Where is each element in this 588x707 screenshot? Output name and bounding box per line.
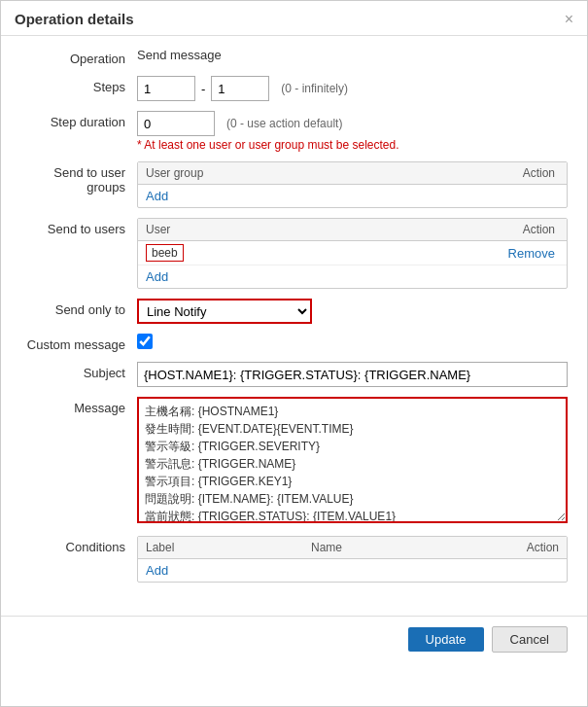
users-table: User Action beeb Remove Add bbox=[137, 218, 568, 289]
conditions-label: Conditions bbox=[20, 536, 137, 554]
send-to-groups-row: Send to user groups User group Action Ad… bbox=[20, 161, 568, 208]
operation-row: Operation Send message bbox=[20, 48, 568, 66]
send-only-to-row: Send only to Line Notify Email SMS bbox=[20, 299, 568, 324]
user-remove-link[interactable]: Remove bbox=[508, 246, 555, 261]
conditions-col-label: Label bbox=[146, 541, 311, 554]
groups-table-header: User group Action bbox=[138, 162, 567, 185]
send-to-groups-label: Send to user groups bbox=[20, 161, 137, 194]
send-to-users-label: Send to users bbox=[20, 218, 137, 236]
custom-message-label: Custom message bbox=[20, 334, 137, 352]
send-only-to-content: Line Notify Email SMS bbox=[137, 299, 568, 324]
message-textarea[interactable]: 主機名稱: {HOSTNAME1} 發生時間: {EVENT.DATE}{EVE… bbox=[137, 397, 568, 523]
custom-message-row: Custom message bbox=[20, 334, 568, 352]
send-to-users-content: User Action beeb Remove Add bbox=[137, 218, 568, 289]
user-row-beeb: beeb Remove bbox=[138, 241, 567, 265]
dialog-title: Operation details bbox=[15, 11, 134, 27]
subject-input[interactable] bbox=[137, 362, 568, 387]
users-col-user: User bbox=[146, 223, 419, 236]
user-name-badge: beeb bbox=[146, 244, 184, 262]
conditions-col-action: Action bbox=[476, 541, 559, 554]
step-duration-label: Step duration bbox=[20, 111, 137, 129]
conditions-row: Conditions Label Name Action Add bbox=[20, 536, 568, 583]
step-duration-content: (0 - use action default) * At least one … bbox=[137, 111, 568, 152]
send-only-to-label: Send only to bbox=[20, 299, 137, 317]
users-add-button[interactable]: Add bbox=[146, 269, 168, 284]
cancel-button[interactable]: Cancel bbox=[492, 626, 568, 653]
groups-table: User group Action Add bbox=[137, 161, 568, 208]
users-add-row: Add bbox=[138, 265, 567, 288]
steps-content: - (0 - infinitely) bbox=[137, 76, 568, 101]
subject-label: Subject bbox=[20, 362, 137, 380]
message-row: Message 主機名稱: {HOSTNAME1} 發生時間: {EVENT.D… bbox=[20, 397, 568, 526]
update-button[interactable]: Update bbox=[408, 627, 484, 652]
send-only-to-select[interactable]: Line Notify Email SMS bbox=[137, 299, 312, 324]
user-action-cell: Remove bbox=[419, 246, 559, 261]
conditions-col-name: Name bbox=[311, 541, 476, 554]
step-duration-input[interactable] bbox=[137, 111, 215, 136]
conditions-content: Label Name Action Add bbox=[137, 536, 568, 583]
operation-label: Operation bbox=[20, 48, 137, 66]
message-label: Message bbox=[20, 397, 137, 415]
dialog-footer: Update Cancel bbox=[1, 616, 587, 662]
steps-to-input[interactable] bbox=[211, 76, 269, 101]
conditions-add-row: Add bbox=[138, 559, 567, 582]
operation-value: Send message bbox=[137, 48, 568, 62]
operation-value-text: Send message bbox=[137, 44, 222, 62]
groups-add-row: Add bbox=[138, 185, 567, 207]
steps-from-input[interactable] bbox=[137, 76, 195, 101]
steps-label: Steps bbox=[20, 76, 137, 94]
steps-hint: (0 - infinitely) bbox=[281, 82, 348, 95]
conditions-header: Label Name Action bbox=[138, 537, 567, 559]
subject-content bbox=[137, 362, 568, 387]
step-duration-row: Step duration (0 - use action default) *… bbox=[20, 111, 568, 152]
users-col-action: Action bbox=[419, 223, 559, 236]
close-button[interactable]: × bbox=[565, 12, 573, 27]
user-name-cell: beeb bbox=[146, 244, 419, 262]
users-table-header: User Action bbox=[138, 219, 567, 241]
groups-col-user: User group bbox=[146, 166, 419, 180]
custom-message-content bbox=[137, 334, 568, 352]
send-to-groups-content: User group Action Add bbox=[137, 161, 568, 208]
custom-message-checkbox[interactable] bbox=[137, 334, 153, 349]
conditions-add-button[interactable]: Add bbox=[146, 563, 168, 578]
dialog-body: Operation Send message Steps - (0 - infi… bbox=[1, 36, 587, 608]
steps-separator: - bbox=[201, 82, 205, 96]
send-to-users-row: Send to users User Action beeb Remove bbox=[20, 218, 568, 289]
subject-row: Subject bbox=[20, 362, 568, 387]
groups-add-button[interactable]: Add bbox=[146, 189, 168, 203]
required-hint: * At least one user or user group must b… bbox=[137, 138, 568, 152]
conditions-table: Label Name Action Add bbox=[137, 536, 568, 583]
operation-details-dialog: Operation details × Operation Send messa… bbox=[0, 0, 588, 707]
step-duration-hint: (0 - use action default) bbox=[226, 117, 342, 130]
message-content: 主機名稱: {HOSTNAME1} 發生時間: {EVENT.DATE}{EVE… bbox=[137, 397, 568, 526]
dialog-header: Operation details × bbox=[1, 1, 587, 36]
groups-col-action: Action bbox=[419, 166, 559, 180]
steps-row: Steps - (0 - infinitely) bbox=[20, 76, 568, 101]
